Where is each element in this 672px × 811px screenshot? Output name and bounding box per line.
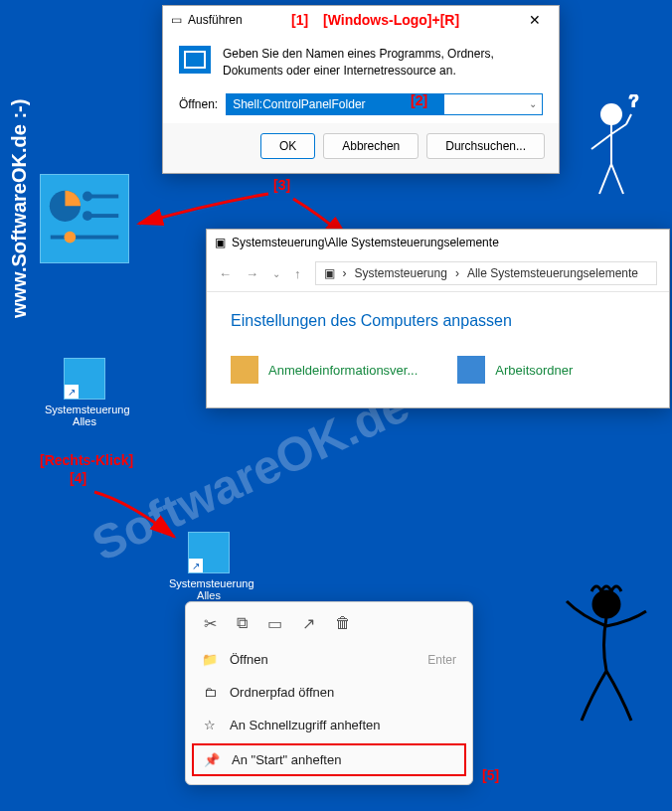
svg-point-2 <box>83 192 92 202</box>
control-panel-icon: ↗ <box>188 532 230 573</box>
item-label: Anmeldeinformationsver... <box>268 363 418 378</box>
browse-button[interactable]: Durchsuchen... <box>426 133 545 159</box>
shortcut-arrow-icon: ↗ <box>65 385 79 399</box>
open-label: Öffnen: <box>179 97 218 111</box>
annotation-1: [1] <box>291 12 308 28</box>
context-open-path[interactable]: 🗀 Ordnerpfad öffnen <box>186 676 472 709</box>
chevron-right-icon: › <box>455 266 459 280</box>
ctx-label: Ordnerpfad öffnen <box>230 685 334 700</box>
forward-icon[interactable]: → <box>246 266 258 281</box>
svg-text:?: ? <box>629 94 638 109</box>
pin-icon: 📌 <box>204 752 220 767</box>
workfolders-icon <box>457 356 485 384</box>
explorer-heading: Einstellungen des Computers anpassen <box>231 312 645 330</box>
up-icon[interactable]: ↑ <box>294 266 301 281</box>
annotation-5: [5] <box>482 767 499 783</box>
control-panel-icon: ▣ <box>215 236 226 249</box>
svg-point-4 <box>83 211 92 221</box>
run-description: Geben Sie den Namen eines Programms, Ord… <box>223 46 543 80</box>
explorer-titlebar: ▣ Systemsteuerung\Alle Systemsteuerungse… <box>207 230 669 255</box>
chevron-right-icon: › <box>343 266 347 280</box>
svg-point-6 <box>64 232 76 243</box>
annotation-4: [4] <box>70 470 86 486</box>
explorer-item-workfolders[interactable]: Arbeitsordner <box>457 356 573 384</box>
watermark-left: www.SoftwareOK.de :-) <box>8 99 31 318</box>
run-title-text: Ausführen <box>188 13 243 27</box>
explorer-item-credentials[interactable]: Anmeldeinformationsver... <box>231 356 418 384</box>
svg-point-7 <box>601 104 621 124</box>
stick-figure-icon: ? <box>572 94 651 214</box>
desktop-shortcut-1[interactable]: ↗ Systemsteuerung Alles <box>45 358 124 427</box>
chevron-down-icon[interactable]: ⌄ <box>272 268 280 279</box>
context-pin-quickaccess[interactable]: ☆ An Schnellzugriff anheften <box>186 709 472 741</box>
item-label: Arbeitsordner <box>495 363 573 378</box>
run-dialog: ▭ Ausführen ✕ Geben Sie den Namen eines … <box>162 5 560 174</box>
ctx-label: Öffnen <box>230 652 268 667</box>
rename-icon[interactable]: ▭ <box>267 614 282 633</box>
ok-button[interactable]: OK <box>260 133 315 159</box>
ctx-shortcut: Enter <box>427 653 456 667</box>
delete-icon[interactable]: 🗑 <box>335 614 351 633</box>
close-icon[interactable]: ✕ <box>519 12 551 28</box>
shortcut-arrow-icon: ↗ <box>189 559 203 572</box>
folder-outline-icon: 🗀 <box>202 685 218 700</box>
arrow-icon <box>89 487 189 547</box>
copy-icon[interactable]: ⧉ <box>237 614 248 633</box>
run-input[interactable]: Shell:ControlPanelFolder ⌄ <box>226 93 543 115</box>
breadcrumb-item[interactable]: Alle Systemsteuerungselemente <box>467 266 638 280</box>
ctx-label: An "Start" anheften <box>232 752 341 767</box>
context-open[interactable]: 📁 Öffnen Enter <box>186 643 472 676</box>
folder-icon: 📁 <box>202 652 218 667</box>
control-panel-tile[interactable] <box>40 174 129 263</box>
cancel-button[interactable]: Abbrechen <box>323 133 419 159</box>
desktop-icon-label: Systemsteuerung Alles <box>45 404 124 427</box>
cut-icon[interactable]: ✂ <box>204 614 217 633</box>
annotation-2: [2] <box>411 92 427 108</box>
share-icon[interactable]: ↗ <box>302 614 315 633</box>
run-icon: ▭ <box>171 13 182 27</box>
context-pin-start[interactable]: 📌 An "Start" anheften <box>192 743 466 776</box>
svg-point-9 <box>593 591 619 617</box>
control-panel-icon: ▣ <box>324 266 335 280</box>
star-icon: ☆ <box>202 718 218 732</box>
desktop-icon-label: Systemsteuerung Alles <box>169 577 249 601</box>
breadcrumb-item[interactable]: Systemsteuerung <box>355 266 447 280</box>
annotation-1-text: [Windows-Logo]+[R] <box>323 12 459 28</box>
back-icon[interactable]: ← <box>219 266 232 281</box>
chevron-down-icon[interactable]: ⌄ <box>524 94 542 114</box>
run-app-icon <box>179 46 211 74</box>
context-menu: ✂ ⧉ ▭ ↗ 🗑 📁 Öffnen Enter 🗀 Ordnerpfad öf… <box>185 601 473 785</box>
credentials-icon <box>231 356 258 384</box>
ctx-label: An Schnellzugriff anheften <box>230 718 381 732</box>
explorer-title-text: Systemsteuerung\Alle Systemsteuerungsele… <box>232 236 499 249</box>
stick-figure-icon <box>547 576 666 735</box>
explorer-window: ▣ Systemsteuerung\Alle Systemsteuerungse… <box>206 229 670 408</box>
svg-rect-5 <box>51 236 118 240</box>
annotation-4-text: [Rechts-Klick] <box>40 452 133 468</box>
breadcrumb[interactable]: ▣ › Systemsteuerung › Alle Systemsteueru… <box>315 261 658 285</box>
control-panel-icon: ↗ <box>64 358 105 400</box>
